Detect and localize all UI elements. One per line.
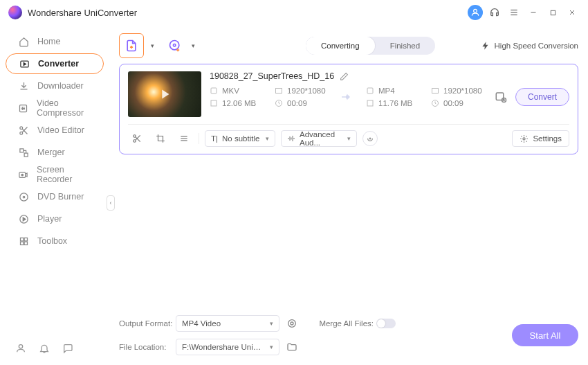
merge-toggle[interactable] <box>376 319 396 328</box>
svg-point-19 <box>23 196 25 198</box>
minimize-button[interactable] <box>526 5 541 20</box>
src-duration: 00:09 <box>287 99 307 107</box>
file-location-label: File Location: <box>119 343 176 351</box>
dst-size: 11.76 MB <box>378 99 412 107</box>
svg-rect-29 <box>276 89 282 94</box>
sidebar-label: Converter <box>38 59 79 69</box>
svg-rect-14 <box>19 148 23 152</box>
svg-rect-5 <box>551 10 555 15</box>
sidebar-label: Home <box>37 37 60 46</box>
video-thumbnail[interactable] <box>128 71 201 117</box>
merge-label: Merge All Files: <box>307 319 376 328</box>
convert-button[interactable]: Convert <box>515 88 569 106</box>
add-file-button[interactable] <box>119 33 144 58</box>
dst-duration: 00:09 <box>443 99 463 107</box>
home-icon <box>18 36 29 47</box>
svg-rect-32 <box>367 88 373 94</box>
feedback-icon[interactable] <box>62 343 73 354</box>
merge-icon <box>18 147 29 158</box>
svg-point-46 <box>523 137 525 139</box>
dst-format: MP4 <box>378 87 395 95</box>
sidebar-item-downloader[interactable]: Downloader <box>6 75 104 96</box>
toolbox-icon <box>18 235 29 247</box>
svg-point-38 <box>134 135 136 138</box>
svg-point-39 <box>134 140 136 143</box>
svg-point-48 <box>291 322 293 325</box>
format-settings-icon[interactable] <box>286 318 307 329</box>
sidebar-item-home[interactable]: Home <box>6 31 104 52</box>
recorder-icon <box>18 169 28 180</box>
svg-point-45 <box>369 138 371 139</box>
sidebar-item-toolbox[interactable]: Toolbox <box>6 231 104 251</box>
edit-name-icon[interactable] <box>340 72 349 81</box>
sidebar-label: Player <box>37 214 62 224</box>
sidebar-item-merger[interactable]: Merger <box>6 142 104 163</box>
scissors-icon <box>18 125 29 136</box>
sidebar-item-dvd[interactable]: DVD Burner <box>6 186 104 207</box>
maximize-button[interactable] <box>545 5 560 20</box>
svg-rect-22 <box>24 238 27 240</box>
audio-icon <box>287 134 295 143</box>
arrow-icon <box>338 91 353 103</box>
add-dvd-dropdown[interactable]: ▾ <box>192 42 195 49</box>
subtitle-icon: T| <box>211 134 218 143</box>
svg-point-26 <box>170 41 179 50</box>
info-button[interactable] <box>362 131 378 146</box>
src-resolution: 1920*1080 <box>287 87 326 95</box>
user-icon[interactable] <box>468 5 483 20</box>
effect-tool[interactable] <box>175 131 193 146</box>
sidebar-item-editor[interactable]: Video Editor <box>6 120 104 141</box>
add-file-dropdown[interactable]: ▾ <box>151 42 154 49</box>
file-location-select[interactable]: F:\Wondershare UniConverter▾ <box>176 339 279 355</box>
svg-point-10 <box>19 126 22 129</box>
svg-point-25 <box>19 345 22 348</box>
open-folder-icon[interactable] <box>286 341 307 353</box>
gear-icon <box>520 134 529 143</box>
sidebar-label: Video Editor <box>37 125 84 135</box>
sidebar-item-recorder[interactable]: Screen Recorder <box>6 164 104 185</box>
account-icon[interactable] <box>15 343 26 354</box>
high-speed-toggle[interactable]: High Speed Conversion <box>481 41 578 51</box>
notification-icon[interactable] <box>39 343 50 354</box>
audio-select[interactable]: Advanced Aud...▾ <box>281 130 357 147</box>
subtitle-select[interactable]: T|No subtitle▾ <box>205 130 275 147</box>
sidebar-item-compressor[interactable]: Video Compressor <box>6 98 104 118</box>
close-button[interactable] <box>564 5 580 20</box>
svg-rect-30 <box>211 100 217 106</box>
svg-rect-15 <box>24 153 28 157</box>
collapse-sidebar-button[interactable]: ‹ <box>107 195 115 211</box>
add-dvd-button[interactable] <box>165 36 185 55</box>
svg-point-11 <box>19 132 22 134</box>
svg-rect-24 <box>24 242 27 244</box>
tab-finished[interactable]: Finished <box>375 37 435 55</box>
sidebar-item-player[interactable]: Player <box>6 208 104 229</box>
svg-rect-23 <box>20 242 23 244</box>
compress-icon <box>18 103 28 114</box>
trim-tool[interactable] <box>128 131 146 146</box>
src-format: MKV <box>222 87 239 95</box>
svg-point-27 <box>174 44 176 46</box>
item-settings-button[interactable]: Settings <box>512 130 569 147</box>
support-icon[interactable] <box>487 5 502 20</box>
output-format-label: Output Format: <box>119 319 176 328</box>
svg-rect-34 <box>367 100 373 106</box>
sidebar-label: Screen Recorder <box>37 165 91 184</box>
svg-point-18 <box>19 193 27 200</box>
sidebar-label: Downloader <box>37 81 84 91</box>
dst-resolution: 1920*1080 <box>443 87 482 95</box>
svg-rect-33 <box>432 89 439 94</box>
sidebar-item-converter[interactable]: Converter <box>6 53 104 74</box>
start-all-button[interactable]: Start All <box>512 324 578 346</box>
sidebar-label: Merger <box>37 148 65 157</box>
menu-icon[interactable] <box>506 5 522 20</box>
output-format-select[interactable]: MP4 Video▾ <box>176 315 279 332</box>
crop-tool[interactable] <box>151 131 169 146</box>
output-settings-icon[interactable] <box>495 91 507 103</box>
app-title: Wondershare UniConverter <box>28 8 463 18</box>
dvd-icon <box>18 191 29 202</box>
tab-converting[interactable]: Converting <box>306 37 375 55</box>
download-icon <box>18 80 29 91</box>
svg-rect-21 <box>20 238 23 240</box>
sidebar-label: DVD Burner <box>37 192 84 202</box>
sidebar-label: Toolbox <box>37 236 67 246</box>
